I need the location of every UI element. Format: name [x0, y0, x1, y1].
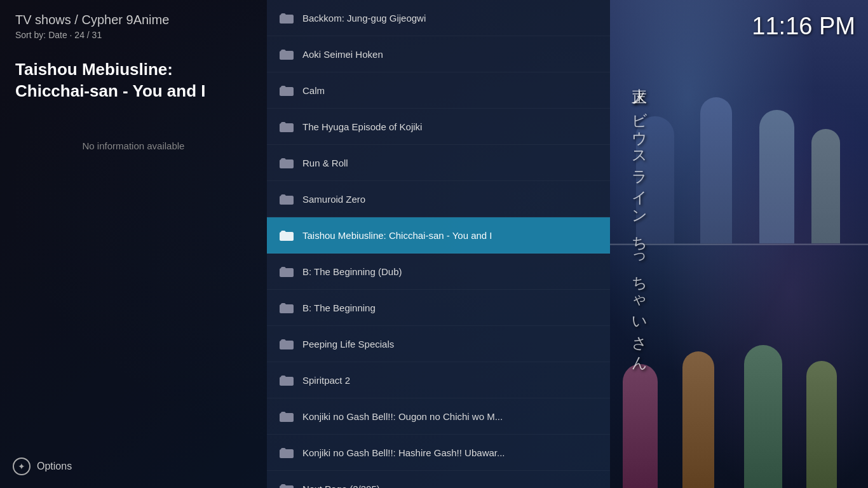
- folder-icon: [280, 229, 294, 241]
- char-figure-5: [623, 364, 658, 488]
- list-item-label: Run & Roll: [302, 158, 348, 168]
- selected-title: Taishou Mebiusline:Chicchai-san - You an…: [15, 59, 252, 102]
- list-item-label: Spiritpact 2: [302, 375, 350, 386]
- breadcrumb: TV shows / Cypher 9Anime: [15, 13, 252, 27]
- folder-icon: [280, 266, 294, 277]
- list-item-9[interactable]: B: The Beginning: [267, 290, 610, 326]
- options-label: Options: [37, 461, 72, 472]
- list-item-label: B: The Beginning (Dub): [302, 266, 402, 277]
- artwork-panel: 大正メビウスライン ちっちゃいさん: [610, 0, 868, 488]
- artwork-container: 大正メビウスライン ちっちゃいさん: [610, 0, 868, 488]
- char-figure-4: [811, 129, 840, 243]
- folder-icon: [280, 447, 294, 458]
- char-figure-3: [759, 110, 794, 243]
- list-item-5[interactable]: Run & Roll: [267, 145, 610, 181]
- list-item-6[interactable]: Samuroid Zero: [267, 181, 610, 217]
- clock: 11:16 PM: [752, 13, 855, 40]
- char-figure-7: [744, 345, 782, 488]
- no-info-text: No information available: [15, 140, 252, 151]
- folder-icon: [280, 121, 294, 132]
- list-item-label: Taishou Mebiusline: Chicchai-san - You a…: [302, 230, 492, 241]
- folder-icon: [280, 483, 294, 488]
- list-item-13[interactable]: Konjiki no Gash Bell!!: Hashire Gash!! U…: [267, 435, 610, 471]
- options-button[interactable]: ✦ Options: [13, 458, 72, 475]
- list-item-10[interactable]: Peeping Life Specials: [267, 326, 610, 362]
- list-item-label: Backkom: Jung-gug Gijeogwi: [302, 13, 426, 24]
- list-item-label: Samuroid Zero: [302, 194, 365, 205]
- folder-icon: [280, 410, 294, 422]
- list-item-label: Konjiki no Gash Bell!!: Ougon no Chichi …: [302, 411, 503, 422]
- folder-icon: [280, 374, 294, 386]
- list-item-label: Next Page (2/305): [302, 484, 380, 489]
- char-figure-2: [700, 97, 732, 243]
- list-item-12[interactable]: Konjiki no Gash Bell!!: Ougon no Chichi …: [267, 398, 610, 435]
- folder-icon: [280, 85, 294, 96]
- artwork-divider: [610, 244, 868, 245]
- list-item-14[interactable]: Next Page (2/305): [267, 471, 610, 488]
- list-item-label: Konjiki no Gash Bell!!: Hashire Gash!! U…: [302, 447, 505, 458]
- list-item-1[interactable]: Backkom: Jung-gug Gijeogwi: [267, 0, 610, 36]
- list-item-label: Aoki Seimei Hoken: [302, 49, 383, 60]
- folder-icon: [280, 157, 294, 168]
- sort-info: Sort by: Date · 24 / 31: [15, 30, 252, 40]
- options-icon: ✦: [13, 458, 31, 475]
- folder-icon: [280, 338, 294, 349]
- folder-icon: [280, 48, 294, 60]
- jp-text: 大正メビウスライン ちっちゃいさん: [629, 76, 649, 365]
- list-item-label: Peeping Life Specials: [302, 339, 394, 349]
- list-item-11[interactable]: Spiritpact 2: [267, 362, 610, 398]
- list-item-7[interactable]: Taishou Mebiusline: Chicchai-san - You a…: [267, 217, 610, 254]
- list-panel: Backkom: Jung-gug Gijeogwi Aoki Seimei H…: [267, 0, 610, 488]
- list-item-3[interactable]: Calm: [267, 72, 610, 109]
- list-item-label: The Hyuga Episode of Kojiki: [302, 121, 422, 132]
- folder-icon: [280, 193, 294, 205]
- list-item-4[interactable]: The Hyuga Episode of Kojiki: [267, 109, 610, 145]
- list-item-label: Calm: [302, 85, 325, 96]
- list-item-8[interactable]: B: The Beginning (Dub): [267, 254, 610, 290]
- char-figure-6: [682, 351, 714, 488]
- folder-icon: [280, 12, 294, 24]
- list-item-label: B: The Beginning: [302, 302, 376, 313]
- left-panel: TV shows / Cypher 9Anime Sort by: Date ·…: [0, 0, 267, 488]
- folder-icon: [280, 302, 294, 313]
- char-figure-8: [806, 361, 837, 488]
- list-item-2[interactable]: Aoki Seimei Hoken: [267, 36, 610, 72]
